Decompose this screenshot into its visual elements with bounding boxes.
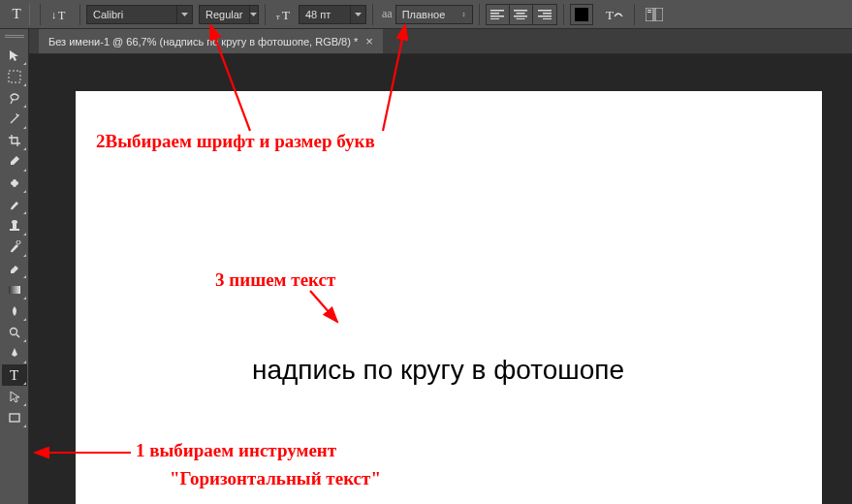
svg-rect-6 <box>490 16 504 17</box>
stepper-icon <box>457 6 472 23</box>
svg-rect-12 <box>538 10 552 12</box>
rectangle-tool[interactable] <box>2 407 27 428</box>
eraser-tool[interactable] <box>2 258 27 279</box>
svg-rect-13 <box>543 13 552 15</box>
svg-text:т: т <box>276 13 280 21</box>
eyedropper-tool[interactable] <box>2 151 27 173</box>
panel-toggle-button[interactable] <box>641 4 668 25</box>
move-tool[interactable] <box>2 45 27 66</box>
crop-tool[interactable] <box>2 130 27 151</box>
gradient-tool[interactable] <box>2 279 27 300</box>
svg-rect-31 <box>9 286 20 294</box>
svg-rect-33 <box>10 414 19 422</box>
svg-point-30 <box>12 220 17 224</box>
svg-text:↓: ↓ <box>51 9 57 20</box>
document-tab-bar: Без имени-1 @ 66,7% (надпись по кругу в … <box>29 29 852 54</box>
svg-rect-28 <box>10 229 19 231</box>
svg-point-25 <box>16 113 16 114</box>
svg-rect-21 <box>5 35 24 36</box>
antialias-icon: aa <box>379 4 395 25</box>
svg-point-32 <box>10 329 16 335</box>
svg-rect-8 <box>514 10 527 12</box>
healing-brush-tool[interactable] <box>2 173 27 194</box>
svg-text:T: T <box>282 8 290 21</box>
font-size-icon: т T <box>271 4 299 25</box>
options-bar: T ↓ T Calibri Regular т T 48 пт <box>0 0 852 29</box>
svg-point-24 <box>17 114 19 116</box>
dodge-tool[interactable] <box>2 322 27 343</box>
svg-text:T: T <box>58 9 66 22</box>
canvas[interactable]: надпись по кругу в фотошопе <box>76 91 822 504</box>
svg-text:T: T <box>606 8 614 22</box>
antialias-value: Плавное <box>396 9 457 20</box>
font-family-combo[interactable]: Calibri <box>86 5 193 24</box>
magic-wand-tool[interactable] <box>2 109 27 130</box>
brush-tool[interactable] <box>2 194 27 215</box>
font-weight-combo[interactable]: Regular <box>199 5 259 24</box>
active-tool-indicator: T <box>6 4 27 25</box>
chevron-down-icon <box>249 6 258 23</box>
svg-rect-5 <box>490 13 499 15</box>
svg-rect-15 <box>543 18 552 19</box>
type-tool[interactable]: T <box>2 364 27 386</box>
tools-panel: T <box>0 29 29 504</box>
font-size-value: 48 пт <box>300 9 350 20</box>
document-tab[interactable]: Без имени-1 @ 66,7% (надпись по кругу в … <box>39 29 383 53</box>
path-selection-tool[interactable] <box>2 386 27 407</box>
text-align-group <box>486 4 557 25</box>
svg-rect-9 <box>517 13 525 15</box>
text-orientation-button[interactable]: ↓ T <box>47 4 74 25</box>
svg-rect-14 <box>538 16 552 17</box>
workspace: надпись по кругу в фотошопе <box>29 54 852 504</box>
history-brush-tool[interactable] <box>2 236 27 258</box>
align-center-button[interactable] <box>510 5 533 24</box>
canvas-main-text[interactable]: надпись по кругу в фотошопе <box>252 355 624 386</box>
text-color-swatch[interactable] <box>570 4 593 25</box>
document-tab-title: Без имени-1 @ 66,7% (надпись по кругу в … <box>48 36 358 47</box>
antialias-combo[interactable]: Плавное <box>395 5 473 24</box>
panel-grip[interactable] <box>0 33 28 41</box>
svg-rect-22 <box>5 37 24 38</box>
svg-rect-23 <box>9 71 20 82</box>
chevron-down-icon <box>176 6 192 23</box>
font-size-combo[interactable]: 48 пт <box>299 5 366 24</box>
pen-tool[interactable] <box>2 343 27 364</box>
svg-rect-19 <box>647 10 651 11</box>
close-icon[interactable]: × <box>365 34 373 48</box>
chevron-down-icon <box>350 6 365 23</box>
blur-tool[interactable] <box>2 300 27 322</box>
svg-rect-10 <box>514 16 527 17</box>
lasso-tool[interactable] <box>2 87 27 109</box>
svg-rect-4 <box>490 10 504 12</box>
stamp-tool[interactable] <box>2 215 27 236</box>
align-left-button[interactable] <box>487 5 510 24</box>
svg-rect-18 <box>655 8 663 21</box>
warp-text-button[interactable]: T <box>599 4 628 25</box>
align-right-button[interactable] <box>533 5 556 24</box>
svg-rect-7 <box>490 18 499 19</box>
font-weight-value: Regular <box>200 9 249 20</box>
svg-rect-27 <box>13 179 16 187</box>
svg-rect-11 <box>517 18 525 19</box>
font-family-value: Calibri <box>87 9 176 20</box>
marquee-tool[interactable] <box>2 66 27 87</box>
svg-rect-20 <box>647 12 651 13</box>
